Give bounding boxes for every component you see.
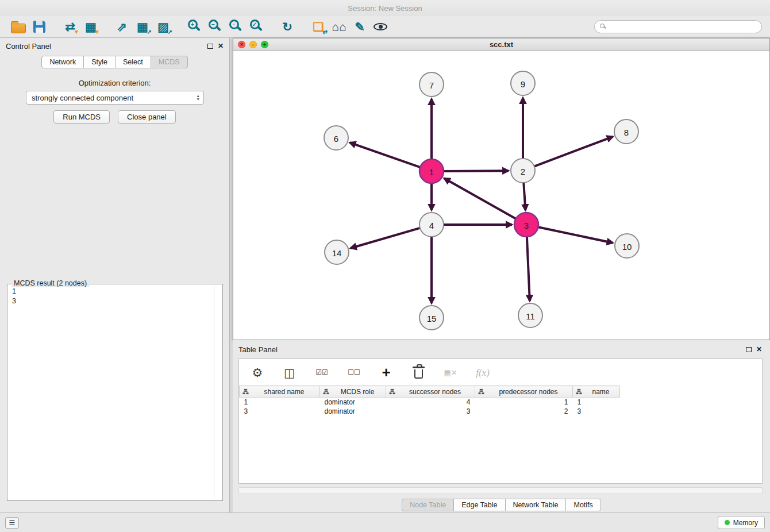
cell-name[interactable]: 1 [573,398,620,407]
task-list-icon[interactable] [5,517,19,529]
home-icon[interactable]: ⌂⌂ [329,18,349,36]
node-1[interactable]: 1 [419,159,444,183]
cell-predecessor-nodes[interactable]: 1 [475,398,573,407]
node-6[interactable]: 6 [324,126,348,150]
close-panel-button[interactable]: Close panel [118,110,176,124]
search-container [594,20,762,33]
mcds-result-item[interactable]: 3 [10,296,213,306]
cell-shared-name[interactable]: 1 [240,398,320,407]
save-session-icon[interactable] [29,18,49,36]
tab-edge-table[interactable]: Edge Table [453,499,505,511]
edge-2-8[interactable] [534,137,613,167]
table-row[interactable]: 1dominator411 [240,398,620,407]
dropdown-stepper-icon [197,94,200,102]
minimize-window-icon[interactable] [249,41,257,48]
delete-table-icon[interactable]: ▦✕ [440,363,461,381]
cell-successor-nodes[interactable]: 4 [386,398,475,407]
refresh-view-icon[interactable]: ↻ [277,18,298,36]
network-document-icon[interactable]: ❏⇄ [308,18,329,36]
node-7[interactable]: 7 [419,72,444,97]
edge-1-2[interactable] [444,171,509,171]
float-table-panel-icon[interactable] [746,347,752,352]
zoom-fit-icon[interactable]: ▫ [225,18,246,36]
annotation-pen-icon[interactable]: ✎ [349,18,370,36]
close-panel-icon[interactable] [218,43,224,49]
tab-style[interactable]: Style [83,56,116,68]
edge-2-3[interactable] [523,183,525,210]
run-mcds-button[interactable]: Run MCDS [53,110,110,124]
open-session-icon[interactable] [8,18,29,36]
column-header-successor-nodes[interactable]: successor nodes [386,386,475,398]
select-all-rows-icon[interactable]: ☑☑ [311,363,332,381]
edge-3-1[interactable] [444,178,516,218]
table-panel-header: Table Panel [238,344,762,355]
column-header-MCDS-role[interactable]: MCDS role [320,386,386,398]
table-row[interactable]: 3dominator323 [240,407,620,416]
edge-1-6[interactable] [350,142,421,167]
import-network-icon[interactable]: ⇄▼ [60,18,80,36]
import-table-icon[interactable]: ▦▼ [80,18,101,36]
deselect-all-rows-icon[interactable]: ☐☐ [344,363,364,381]
node-label: 9 [521,79,525,89]
tab-network[interactable]: Network [41,56,84,68]
window-titlebar[interactable]: Session: New Session [0,0,770,16]
column-flow-icon [478,388,484,396]
edge-3-11[interactable] [527,237,530,301]
cell-shared-name[interactable]: 3 [240,407,320,416]
tab-motifs[interactable]: Motifs [565,499,600,511]
zoom-out-icon[interactable]: − [205,18,225,36]
main-area: Control Panel NetworkStyleSelectMCDS Opt… [0,38,770,512]
export-table-icon[interactable]: ▦↗ [132,18,153,36]
edge-3-10[interactable] [538,227,613,243]
memory-button[interactable]: Memory [718,516,765,529]
close-window-icon[interactable] [238,41,245,48]
function-builder-icon[interactable]: f(x) [472,363,493,381]
node-10[interactable]: 10 [615,234,639,258]
table-settings-gear-icon[interactable]: ⚙ [247,363,268,381]
tab-network-table[interactable]: Network Table [505,499,567,511]
import-network-icon-badge: ▼ [74,29,79,35]
search-input[interactable] [594,20,762,33]
optimization-criterion-select[interactable]: strongly connected component [26,91,204,105]
import-table-icon-badge: ▼ [94,29,100,35]
table-horizontal-scrollbar[interactable] [238,487,763,494]
node-table-container: ⚙◫☑☑☐☐+▦✕f(x) shared nameMCDS rolesucces… [238,358,763,484]
split-columns-icon[interactable]: ◫ [279,363,300,381]
cell-MCDS-role[interactable]: dominator [320,398,386,407]
edge-4-14[interactable] [351,228,420,248]
node-11[interactable]: 11 [518,303,542,327]
cell-MCDS-role[interactable]: dominator [320,407,386,416]
column-header-predecessor-nodes[interactable]: predecessor nodes [475,386,573,398]
node-2[interactable]: 2 [511,159,535,183]
network-window-titlebar[interactable]: scc.txt [233,38,769,51]
column-header-shared-name[interactable]: shared name [240,386,320,398]
zoom-selected-icon[interactable]: ✓ [246,18,267,36]
select-all-rows-icon-glyph: ☑☑ [315,369,328,376]
node-4[interactable]: 4 [419,213,444,237]
zoom-window-icon[interactable] [261,41,268,48]
tab-node-table[interactable]: Node Table [402,499,454,511]
node-15[interactable]: 15 [419,306,444,330]
float-panel-icon[interactable] [207,44,213,49]
tab-select[interactable]: Select [115,56,151,68]
delete-column-icon[interactable] [408,363,429,381]
cell-name[interactable]: 3 [573,407,620,416]
main-toolbar: ⇄▼▦▼⇗▦↗▨↗+−▫✓↻❏⇄⌂⌂✎ [0,16,770,38]
export-image-icon[interactable]: ▨↗ [153,18,174,36]
zoom-in-icon[interactable]: + [184,18,205,36]
add-column-icon[interactable]: + [376,363,396,381]
search-icon [600,24,605,28]
close-table-panel-icon[interactable] [756,346,762,353]
node-3[interactable]: 3 [514,213,538,237]
tab-mcds[interactable]: MCDS [151,56,188,68]
node-8[interactable]: 8 [614,119,638,144]
node-14[interactable]: 14 [325,240,349,264]
cell-predecessor-nodes[interactable]: 2 [475,407,573,416]
node-9[interactable]: 9 [511,71,535,95]
export-network-icon[interactable]: ⇗ [111,18,132,36]
cell-successor-nodes[interactable]: 3 [386,407,475,416]
column-header-name[interactable]: name [573,386,620,398]
visibility-eye-icon[interactable] [370,18,391,36]
mcds-result-item[interactable]: 1 [10,287,213,296]
network-canvas[interactable]: 7968124314101511 [233,51,769,340]
